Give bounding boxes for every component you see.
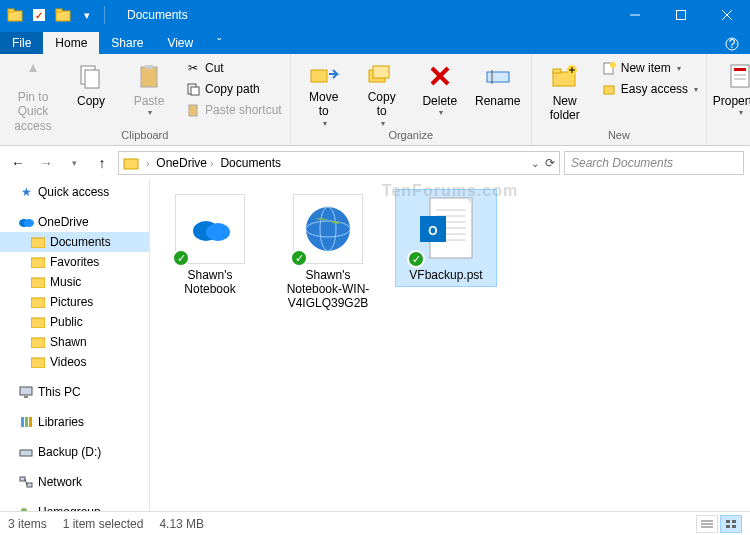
nav-backup[interactable]: Backup (D:) <box>0 442 149 462</box>
cut-button[interactable]: ✂Cut <box>181 58 286 78</box>
pc-icon <box>18 384 34 400</box>
close-button[interactable] <box>704 0 750 30</box>
rename-icon <box>482 60 514 92</box>
nav-music[interactable]: Music <box>0 272 149 292</box>
nav-onedrive[interactable]: OneDrive <box>0 212 149 232</box>
search-input[interactable]: Search Documents <box>564 151 744 175</box>
tab-home[interactable]: Home <box>43 32 99 54</box>
copy-to-icon <box>366 60 398 88</box>
file-item[interactable]: ✓ Shawn's Notebook <box>160 190 260 300</box>
qat-dropdown[interactable]: ▾ <box>76 4 98 26</box>
status-item-count: 3 items <box>8 517 47 531</box>
address-dropdown[interactable]: ⌄ <box>531 158 539 169</box>
nav-pictures[interactable]: Pictures <box>0 292 149 312</box>
svg-rect-58 <box>29 417 32 427</box>
copy-path-button[interactable]: Copy path <box>181 79 286 99</box>
sync-check-icon: ✓ <box>172 249 190 267</box>
onedrive-icon <box>18 214 34 230</box>
maximize-button[interactable] <box>658 0 704 30</box>
nav-shawn[interactable]: Shawn <box>0 332 149 352</box>
crumb-onedrive[interactable]: OneDrive› <box>156 156 216 170</box>
svg-rect-19 <box>373 66 389 78</box>
folder-icon <box>30 294 46 310</box>
svg-rect-3 <box>56 9 62 12</box>
qat-checkbox[interactable]: ✓ <box>28 4 50 26</box>
forward-button[interactable]: → <box>34 151 58 175</box>
folder-icon <box>30 234 46 250</box>
help-button[interactable]: ? <box>718 37 746 54</box>
tab-file[interactable]: File <box>0 32 43 54</box>
refresh-button[interactable]: ⟳ <box>545 156 555 170</box>
onedrive-file-icon: ✓ <box>175 194 245 264</box>
ribbon: Pin to Quick access Copy Paste▾ ✂Cut Cop… <box>0 54 750 146</box>
minimize-button[interactable] <box>612 0 658 30</box>
file-item[interactable]: ✓ Shawn's Notebook-WIN-V4IGLQ39G2B <box>278 190 378 314</box>
new-folder-button[interactable]: New folder <box>536 56 594 124</box>
star-icon: ★ <box>18 184 34 200</box>
svg-rect-55 <box>24 396 28 398</box>
address-bar[interactable]: › OneDrive› Documents ⌄ ⟳ <box>118 151 560 175</box>
back-button[interactable]: ← <box>6 151 30 175</box>
svg-rect-51 <box>31 318 45 328</box>
up-button[interactable]: ↑ <box>90 151 114 175</box>
tab-share[interactable]: Share <box>99 32 155 54</box>
pin-to-quick-access-button[interactable]: Pin to Quick access <box>4 56 62 124</box>
new-item-button[interactable]: New item▾ <box>597 58 702 78</box>
file-list[interactable]: TenForums.com ✓ Shawn's Notebook ✓ Shawn… <box>150 180 750 511</box>
group-label-new: New <box>536 127 702 143</box>
folder-icon <box>52 4 74 26</box>
copy-to-button[interactable]: Copy to▾ <box>353 56 411 124</box>
folder-icon <box>30 254 46 270</box>
folder-icon <box>123 155 139 171</box>
copy-button[interactable]: Copy <box>62 56 120 124</box>
file-label: Shawn's Notebook <box>164 268 256 296</box>
file-item-selected[interactable]: O ✓ VFbackup.pst <box>396 190 496 286</box>
svg-rect-15 <box>191 87 199 95</box>
nav-favorites[interactable]: Favorites <box>0 252 149 272</box>
easy-access-icon <box>601 81 617 97</box>
tab-view[interactable]: View <box>155 32 205 54</box>
delete-icon <box>424 60 456 92</box>
svg-rect-57 <box>25 417 28 427</box>
delete-button[interactable]: Delete▾ <box>411 56 469 124</box>
ribbon-collapse-button[interactable]: ˇ <box>205 37 233 54</box>
nav-videos[interactable]: Videos <box>0 352 149 372</box>
svg-rect-49 <box>31 278 45 288</box>
properties-button[interactable]: Properties▾ <box>711 56 750 124</box>
svg-rect-59 <box>20 450 32 456</box>
nav-libraries[interactable]: Libraries <box>0 412 149 432</box>
paste-shortcut-button[interactable]: Paste shortcut <box>181 100 286 120</box>
recent-locations-button[interactable]: ▾ <box>62 151 86 175</box>
nav-documents[interactable]: Documents <box>0 232 149 252</box>
svg-point-30 <box>610 62 616 68</box>
paste-icon <box>133 60 165 92</box>
svg-rect-50 <box>31 298 45 308</box>
nav-homegroup[interactable]: Homegroup <box>0 502 149 511</box>
homegroup-icon <box>18 504 34 511</box>
svg-point-66 <box>206 223 230 241</box>
nav-quick-access[interactable]: ★Quick access <box>0 182 149 202</box>
rename-button[interactable]: Rename <box>469 56 527 124</box>
nav-network[interactable]: Network <box>0 472 149 492</box>
status-bar: 3 items 1 item selected 4.13 MB <box>0 511 750 535</box>
libraries-icon <box>18 414 34 430</box>
copy-path-icon <box>185 81 201 97</box>
svg-text:?: ? <box>729 37 736 51</box>
svg-rect-85 <box>732 525 736 528</box>
drive-icon <box>18 444 34 460</box>
copy-icon <box>75 60 107 92</box>
svg-rect-54 <box>20 387 32 395</box>
view-details-button[interactable] <box>696 515 718 533</box>
sync-check-icon: ✓ <box>407 250 425 268</box>
folder-icon <box>4 4 26 26</box>
nav-public[interactable]: Public <box>0 312 149 332</box>
easy-access-button[interactable]: Easy access▾ <box>597 79 702 99</box>
svg-rect-48 <box>31 258 45 268</box>
svg-rect-83 <box>732 520 736 523</box>
move-to-button[interactable]: Move to▾ <box>295 56 353 124</box>
crumb-documents[interactable]: Documents <box>220 156 281 170</box>
nav-this-pc[interactable]: This PC <box>0 382 149 402</box>
view-icons-button[interactable] <box>720 515 742 533</box>
paste-button[interactable]: Paste▾ <box>120 56 178 124</box>
move-to-icon <box>308 60 340 88</box>
